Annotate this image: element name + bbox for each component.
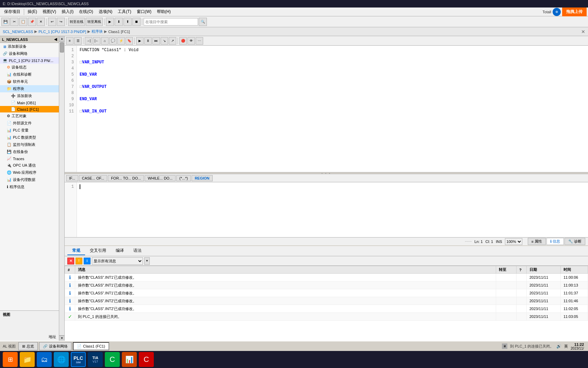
sidebar-item-backup[interactable]: 💾 在线备份 xyxy=(0,148,59,155)
uncomment-btn[interactable]: ⚡ xyxy=(117,37,125,45)
search-icon[interactable]: 🔍 xyxy=(199,18,207,26)
taskbar-app-ppt[interactable]: 📊 xyxy=(122,352,137,367)
stop-run-btn[interactable]: ⏸ xyxy=(144,37,152,45)
sidebar-item-program-blocks[interactable]: 📁 程序块 xyxy=(0,85,59,92)
scroll-up-btn[interactable]: ▲ xyxy=(59,36,64,42)
msg-info-btn[interactable]: i xyxy=(84,258,91,264)
prop-tab-diag[interactable]: 🔧 诊断 xyxy=(565,238,585,245)
sidebar-item-prog-info[interactable]: ℹ 程序信息 xyxy=(0,183,59,190)
step-into-btn[interactable]: ↘ xyxy=(161,37,168,45)
prop-tab-info[interactable]: ℹ 信息 xyxy=(546,238,564,245)
taskbar-app-explorer[interactable]: 📁 xyxy=(20,352,35,367)
sidebar-item-device-config[interactable]: ⚙ 设备组态 xyxy=(0,64,59,71)
menu-help[interactable]: 帮助(H) xyxy=(154,8,174,15)
windows-start-btn[interactable]: ⊞ xyxy=(3,352,18,367)
taskbar-app-green[interactable]: C xyxy=(105,352,120,367)
sidebar-item-network[interactable]: 🔗 设备和网络 xyxy=(0,50,59,57)
stop-btn[interactable]: ⏹ xyxy=(132,18,141,26)
msg-tab-compile[interactable]: 编译 xyxy=(111,247,129,255)
upload-button[interactable]: 拖拽上传 xyxy=(562,7,587,16)
go-online-btn[interactable]: 转至在线 xyxy=(68,18,85,26)
msg-warning-btn[interactable]: ! xyxy=(76,258,82,264)
taskbar-app-files[interactable]: 🗂 xyxy=(37,352,52,367)
scroll-down-btn[interactable]: ▼ xyxy=(59,335,64,341)
compile-btn[interactable]: ▶ xyxy=(106,18,114,26)
menu-edit[interactable]: 操(E) xyxy=(25,8,40,15)
more-btn[interactable]: ⋯ xyxy=(196,37,203,45)
sidebar-item-opcua[interactable]: 🔌 OPC UA 通信 xyxy=(0,162,59,169)
msg-tab-general[interactable]: 常规 xyxy=(67,247,85,255)
sidebar-item-plc[interactable]: 💻 PLC_1 [CPU 1517-3 PN/... xyxy=(0,57,59,64)
zoom-select[interactable]: 100% 75% 125% 150% xyxy=(505,238,522,245)
step-over-btn[interactable]: ⏭ xyxy=(152,37,160,45)
breadcrumb-item-1[interactable]: SCL_NEWCLASS xyxy=(3,30,33,34)
taskbar-app-edge[interactable]: 🌐 xyxy=(54,352,69,367)
search-input[interactable] xyxy=(144,18,198,26)
menu-view[interactable]: 视图(V) xyxy=(40,8,59,15)
sidebar-item-main-ob1[interactable]: 📄 Main [OB1] xyxy=(0,99,59,106)
taskbar-app-red[interactable]: C xyxy=(139,352,154,367)
sidebar-item-class1-fc1[interactable]: 📄 Class1 [FC1] xyxy=(0,106,59,112)
sidebar-item-traces[interactable]: 📈 Traces xyxy=(0,155,59,162)
msg-error-btn[interactable]: ✕ xyxy=(67,258,74,264)
scroll-thumb[interactable] xyxy=(60,42,64,52)
code-text[interactable]: FUNCTION "Class1" : Void □VAR_INPUT END_… xyxy=(77,46,588,172)
cut-btn[interactable]: ✂ xyxy=(10,18,18,26)
run-btn[interactable]: ▶ xyxy=(136,37,144,45)
menu-options[interactable]: 选项(N) xyxy=(96,8,115,15)
breadcrumb-item-3[interactable]: 程序块 xyxy=(92,29,103,34)
breadcrumb-item-2[interactable]: PLC_1 [CPU 1517-3 PN/DP] xyxy=(38,30,86,34)
sidebar-item-software[interactable]: 📦 软件单元 xyxy=(0,78,59,85)
msg-tab-syntax[interactable]: 语法 xyxy=(129,247,146,255)
sidebar-item-plc-types[interactable]: 📊 PLC 数据类型 xyxy=(0,134,59,141)
breadcrumb-item-4[interactable]: Class1 [FC1] xyxy=(108,30,130,34)
bookmark-btn[interactable]: 🔖 xyxy=(126,37,133,45)
breakpoint-btn[interactable]: 🔴 xyxy=(179,37,187,45)
delete-btn[interactable]: ✕ xyxy=(37,18,45,26)
sidebar-item-add-device[interactable]: 🖥 添加新设备 xyxy=(0,43,59,50)
undo-btn[interactable]: ↩ xyxy=(48,18,56,26)
scl-tab-while[interactable]: WHILE... DO... xyxy=(145,175,176,181)
outdent-btn[interactable]: |← xyxy=(93,37,100,45)
paste-btn[interactable]: 📌 xyxy=(28,18,36,26)
sidebar-item-plc-vars[interactable]: 📊 PLC 变量 xyxy=(0,127,59,134)
taskbar-btn-overview[interactable]: ⊞ 总览 xyxy=(18,342,38,350)
menu-online[interactable]: 在线(O) xyxy=(76,8,96,15)
sidebar-collapse-btn[interactable]: ◀ xyxy=(54,37,57,42)
msg-filter-select[interactable]: 显示所有消息 只显示错误 只显示警告 xyxy=(92,257,143,265)
menu-file[interactable]: 保存项目 xyxy=(1,8,23,15)
view-list-btn[interactable]: ☰ xyxy=(74,37,82,45)
watch-btn[interactable]: 👁 xyxy=(187,37,195,45)
sidebar-item-online-diag[interactable]: 📊 在线和诊断 xyxy=(0,71,59,78)
copy-btn[interactable]: 📋 xyxy=(19,18,27,26)
scl-tab-if[interactable]: IF... xyxy=(66,175,78,181)
sidebar-item-monitor[interactable]: 📋 监控与强制表 xyxy=(0,141,59,148)
upload-tool-btn[interactable]: ⬆ xyxy=(124,18,132,26)
filter-dropdown-btn[interactable]: ▼ xyxy=(144,257,150,265)
sidebar-item-tech[interactable]: ⚙ 工艺对象 xyxy=(0,112,59,120)
taskbar-app-tiav17[interactable]: TIA V17 xyxy=(88,352,103,367)
menu-insert[interactable]: 插入(I) xyxy=(59,8,76,15)
close-pane-btn[interactable]: ✕ xyxy=(581,29,585,34)
comment-btn[interactable]: 💬 xyxy=(109,37,117,45)
toggle-collapse-btn[interactable]: ≡ xyxy=(66,37,74,45)
redo-btn[interactable]: ↪ xyxy=(57,18,65,26)
msg-tab-crossref[interactable]: 交叉引用 xyxy=(85,247,111,255)
step-out-btn[interactable]: ↗ xyxy=(169,37,176,45)
sidebar-item-add-block[interactable]: ➕ 添加新块 xyxy=(0,92,59,99)
sidebar-item-web[interactable]: 🌐 Web 应用程序 xyxy=(0,169,59,176)
go-offline-btn[interactable]: 转至离线 xyxy=(86,18,103,26)
menu-window[interactable]: 窗口(W) xyxy=(134,8,154,15)
scl-code-content[interactable] xyxy=(77,182,588,237)
prop-tab-properties[interactable]: ≡ 属性 xyxy=(528,238,546,245)
scl-tab-comment[interactable]: (*...*) xyxy=(176,175,191,181)
sidebar-item-external[interactable]: 📄 外部源文件 xyxy=(0,120,59,127)
scl-tab-for[interactable]: FOR... TO... DO... xyxy=(108,175,144,181)
taskbar-btn-network[interactable]: 🔗 设备和网络 xyxy=(39,342,71,350)
sidebar-item-proxy[interactable]: 📊 设备代理数据 xyxy=(0,176,59,183)
scl-tab-region[interactable]: REGION xyxy=(192,175,212,181)
taskbar-app-plesim[interactable]: PLC SIM xyxy=(71,352,86,367)
indent-btn[interactable]: →| xyxy=(85,37,92,45)
menu-tools[interactable]: 工具(T) xyxy=(115,8,134,15)
scl-tab-case[interactable]: CASE... OF... xyxy=(79,175,107,181)
